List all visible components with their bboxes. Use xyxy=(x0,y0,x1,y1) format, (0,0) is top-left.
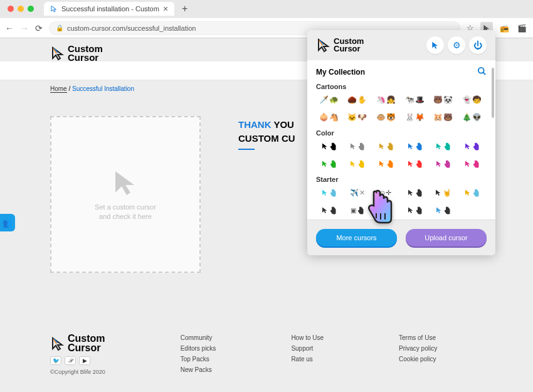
footer-link[interactable]: New Packs xyxy=(181,366,216,373)
copyright-text: ©Copyright Blife 2020 xyxy=(50,369,105,375)
cursor-pack-item[interactable]: 🦄👧 xyxy=(373,93,398,107)
cursor-pack-item[interactable] xyxy=(402,157,427,171)
footer-link[interactable]: Editors picks xyxy=(181,345,216,352)
category-color: Color xyxy=(316,129,487,137)
footer-link[interactable]: Top Packs xyxy=(181,356,216,363)
cursor-pack-item[interactable]: 🐵🐯 xyxy=(373,110,398,124)
popup-actions: ⚙ ⏻ xyxy=(426,36,487,54)
footer-logo[interactable]: CustomCursor xyxy=(50,334,105,352)
back-button[interactable]: ← xyxy=(5,23,14,33)
cursor-pack-item[interactable] xyxy=(373,139,398,153)
popup-logo: CustomCursor xyxy=(316,38,364,53)
cursor-pack-item[interactable] xyxy=(431,139,456,153)
cursor-pack-item[interactable]: ▣ xyxy=(345,203,370,217)
cursor-pack-item[interactable]: 🌰✋ xyxy=(345,93,370,107)
footer-logo-block: CustomCursor 🐦 𝒫 ▶ ©Copyright Blife 2020 xyxy=(50,334,105,375)
cursor-pack-item[interactable]: 👻🧒 xyxy=(459,93,484,107)
upload-cursor-button[interactable]: Upload cursor xyxy=(406,229,487,246)
cursor-pack-item[interactable] xyxy=(459,186,484,199)
new-tab-button[interactable]: + xyxy=(178,3,191,14)
footer-col-2: How to Use Support Rate us xyxy=(291,334,324,363)
search-icon[interactable] xyxy=(477,66,487,78)
cursor-pack-item[interactable]: 🎄👽 xyxy=(459,110,484,124)
page-footer: CustomCursor 🐦 𝒫 ▶ ©Copyright Blife 2020… xyxy=(0,317,533,392)
cursor-pack-item[interactable]: ✦ xyxy=(373,203,398,217)
cursor-pack-item[interactable]: 🐹🐻 xyxy=(431,110,456,124)
cursor-pack-item[interactable] xyxy=(431,203,456,217)
cursor-pack-item[interactable]: 🧅🐴 xyxy=(316,110,341,124)
side-feedback-tab[interactable]: 👥 xyxy=(0,214,15,231)
heading-underline xyxy=(238,149,255,150)
cursor-pack-item[interactable] xyxy=(316,186,341,199)
breadcrumb-current[interactable]: Successful Installation xyxy=(72,85,134,92)
gear-icon[interactable]: ⚙ xyxy=(448,36,465,54)
cursor-pack-item[interactable]: 🐄🎩 xyxy=(402,93,427,107)
footer-link[interactable]: Rate us xyxy=(291,356,324,363)
power-icon[interactable]: ⏻ xyxy=(469,36,487,54)
logo[interactable]: Custom Cursor xyxy=(50,45,103,61)
close-tab-icon[interactable]: × xyxy=(163,4,168,13)
cursor-pack-item[interactable] xyxy=(373,157,398,171)
breadcrumb-home[interactable]: Home xyxy=(50,85,67,93)
cursor-test-area[interactable]: Set a custom cursor and check it here xyxy=(50,116,201,273)
more-cursors-button[interactable]: More cursors xyxy=(316,229,397,246)
cursor-pack-item[interactable] xyxy=(345,139,370,153)
close-window[interactable] xyxy=(8,6,14,12)
thank-you-block: THANK YOU CUSTOM CU xyxy=(238,116,295,273)
cursor-pack-item[interactable] xyxy=(402,139,427,153)
cursor-pack-item[interactable]: ⊙✛ xyxy=(373,186,398,199)
cursor-placeholder-icon xyxy=(110,167,140,198)
footer-link[interactable]: Cookie policy xyxy=(399,356,437,363)
cursor-pack-item[interactable] xyxy=(316,203,341,217)
footer-link[interactable]: Community xyxy=(181,334,216,341)
popup-header: CustomCursor ⚙ ⏻ xyxy=(307,30,495,60)
cursor-pack-item[interactable] xyxy=(402,186,427,199)
svg-point-0 xyxy=(478,68,484,73)
minimize-window[interactable] xyxy=(18,6,24,12)
breadcrumb-sep: / xyxy=(68,85,70,92)
pinterest-icon[interactable]: 𝒫 xyxy=(65,356,76,365)
cursor-pack-item[interactable]: 🐻🐼 xyxy=(431,93,456,107)
extension-icon[interactable]: 📻 xyxy=(498,22,510,34)
url-text: custom-cursor.com/successful_installatio… xyxy=(67,24,196,32)
footer-col-3: Terms of Use Privacy policy Cookie polic… xyxy=(399,334,437,363)
favicon-icon xyxy=(50,5,58,13)
browser-tab[interactable]: Successful installation - Custom × xyxy=(44,2,174,16)
cursor-pack-item[interactable]: ✈️✕ xyxy=(345,186,370,199)
cursor-pack-item[interactable] xyxy=(316,139,341,153)
tab-title: Successful installation - Custom xyxy=(61,5,159,13)
footer-link[interactable]: Privacy policy xyxy=(399,345,437,352)
extension-icon-2[interactable]: 🎬 xyxy=(515,22,528,34)
cursor-pack-item[interactable]: 🐱🐶 xyxy=(345,110,370,124)
reload-button[interactable]: ⟳ xyxy=(35,23,43,33)
footer-link[interactable]: How to Use xyxy=(291,334,324,341)
cursor-pack-item[interactable]: 🗡️🐢 xyxy=(316,93,341,107)
cursor-announce-icon[interactable] xyxy=(426,36,444,54)
category-starter: Starter xyxy=(316,176,487,183)
cartoons-grid: 🗡️🐢🌰✋🦄👧🐄🎩🐻🐼👻🧒🧅🐴🐱🐶🐵🐯🐰🦊🐹🐻🎄👽 xyxy=(316,93,487,124)
cursor-pack-item[interactable] xyxy=(459,157,484,171)
twitter-icon[interactable]: 🐦 xyxy=(50,356,61,365)
scrollbar[interactable] xyxy=(492,68,494,118)
cursor-pack-item[interactable]: 🐰🦊 xyxy=(402,110,427,124)
youtube-icon[interactable]: ▶ xyxy=(79,356,90,365)
cursor-pack-item[interactable] xyxy=(316,157,341,171)
people-icon: 👥 xyxy=(3,218,13,228)
footer-link[interactable]: Terms of Use xyxy=(399,334,437,341)
logo-text: Custom Cursor xyxy=(68,45,103,61)
cursor-pack-item[interactable] xyxy=(431,157,456,171)
cursor-pack-item[interactable] xyxy=(345,157,370,171)
cursor-pack-item[interactable]: 🤘 xyxy=(431,186,456,199)
logo-cursor-icon xyxy=(50,46,65,61)
color-grid xyxy=(316,139,487,171)
collection-panel: My Collection Cartoons 🗡️🐢🌰✋🦄👧🐄🎩🐻🐼👻🧒🧅🐴🐱🐶… xyxy=(307,60,495,220)
cursor-pack-item[interactable] xyxy=(402,203,427,217)
svg-line-1 xyxy=(483,72,485,75)
starter-grid: ✈️✕⊙✛🤘▣✦ xyxy=(316,186,487,217)
collection-title: My Collection xyxy=(316,68,365,77)
cursor-pack-item[interactable] xyxy=(459,139,484,153)
maximize-window[interactable] xyxy=(28,6,34,12)
footer-link[interactable]: Support xyxy=(291,345,324,352)
forward-button[interactable]: → xyxy=(20,23,29,33)
lock-icon: 🔒 xyxy=(56,24,63,31)
